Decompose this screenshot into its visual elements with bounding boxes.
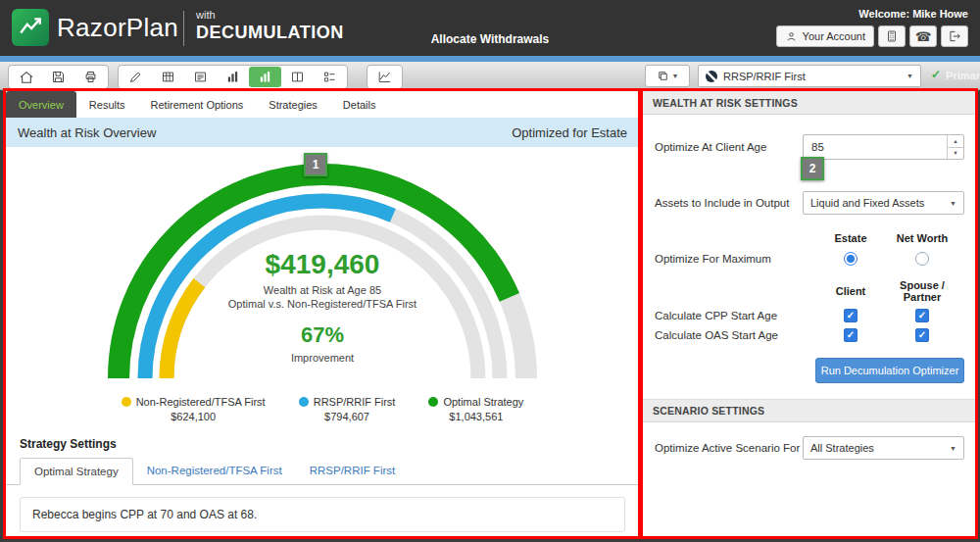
- home-button[interactable]: [10, 67, 42, 87]
- bar-chart-icon: [225, 70, 240, 84]
- strategy-tab-nonreg[interactable]: Non-Registered/TFSA First: [133, 458, 296, 484]
- optimize-age-input[interactable]: 85 ▲ ▼: [803, 134, 964, 160]
- table-view-button[interactable]: [152, 67, 184, 87]
- gauge-center-text: $419,460 Wealth at Risk at Age 85 Optima…: [97, 249, 548, 364]
- legend-label: Non-Registered/TFSA First: [136, 396, 266, 408]
- scenario-settings-header: SCENARIO SETTINGS: [643, 399, 976, 422]
- toolbar: ▼ RRSP/RRIF First ▼ ✓ Primary: [0, 62, 980, 90]
- strategy-tab-rrsp[interactable]: RRSP/RRIF First: [296, 458, 410, 484]
- cpp-label: Calculate CPP Start Age: [655, 310, 821, 321]
- overview-header-bar: Wealth at Risk Overview Optimized for Es…: [6, 118, 639, 147]
- oas-spouse-checkbox[interactable]: ✓: [915, 328, 929, 342]
- toolbar-group-chart: [367, 65, 403, 89]
- wealth-chart-view-button[interactable]: [249, 67, 281, 87]
- strategy-settings-title: Strategy Settings: [20, 437, 625, 451]
- table-icon: [161, 70, 175, 84]
- welcome-text: Welcome: Mike Howe: [858, 8, 968, 20]
- line-chart-button[interactable]: [368, 67, 401, 87]
- pencil-icon: [128, 70, 143, 84]
- print-button[interactable]: [74, 67, 107, 87]
- age-spinner: ▲ ▼: [947, 135, 963, 159]
- your-account-button[interactable]: Your Account: [776, 25, 874, 47]
- spinner-up-icon[interactable]: ▲: [948, 135, 963, 148]
- save-button[interactable]: [42, 67, 74, 87]
- overview-panel: Overview Results Retirement Options Stra…: [6, 91, 639, 537]
- tab-results[interactable]: Results: [76, 91, 138, 118]
- wealth-gauge: $419,460 Wealth at Risk at Age 85 Optima…: [97, 155, 548, 390]
- check-icon: ✓: [918, 311, 926, 320]
- check-icon: ✓: [918, 330, 926, 340]
- strategy-tab-optimal[interactable]: Optimal Strategy: [20, 458, 133, 485]
- net-worth-header: Net Worth: [880, 232, 964, 244]
- calculator-button[interactable]: [878, 25, 906, 47]
- optimize-age-label: Optimize At Client Age: [655, 141, 766, 153]
- scenario-select[interactable]: All Strategies ▼: [803, 436, 964, 460]
- scenario-row: Optimize Active Scenario For All Strateg…: [655, 436, 964, 460]
- spinner-down-icon[interactable]: ▼: [948, 148, 963, 160]
- primary-indicator: ✓ Primary: [931, 70, 980, 81]
- primary-label: Primary: [946, 70, 980, 81]
- legend-value: $1,043,561: [428, 411, 523, 422]
- logout-icon: [948, 29, 961, 43]
- page-title: Allocate Withdrawals: [353, 32, 627, 46]
- run-decumulation-optimizer-button[interactable]: Run Decumulation Optimizer: [815, 358, 964, 383]
- checklist-icon: [322, 70, 337, 84]
- columns-view-button[interactable]: [281, 67, 314, 87]
- tab-details[interactable]: Details: [330, 91, 389, 118]
- tab-retirement-options[interactable]: Retirement Options: [138, 91, 257, 118]
- brand-name: RazorPlan: [57, 13, 178, 43]
- net-worth-radio[interactable]: [915, 252, 929, 266]
- spouse-header: Spouse / Partner: [880, 279, 964, 303]
- settings-panel: WEALTH AT RISK SETTINGS Optimize At Clie…: [643, 91, 976, 537]
- improvement-label: Improvement: [97, 352, 548, 364]
- check-icon: ✓: [847, 330, 855, 340]
- chart-view-button[interactable]: [217, 67, 249, 87]
- edit-button[interactable]: [120, 67, 152, 87]
- card-view-button[interactable]: [184, 67, 217, 87]
- check-icon: ✓: [931, 70, 941, 81]
- legend-item-nonreg: Non-Registered/TFSA First $624,100: [122, 396, 266, 422]
- checklist-view-button[interactable]: [314, 67, 346, 87]
- optimize-for-label: Optimize For Maximum: [655, 253, 821, 265]
- scenario-selector[interactable]: RRSP/RRIF First ▼: [698, 65, 921, 87]
- tab-strategies[interactable]: Strategies: [256, 91, 330, 118]
- estate-header: Estate: [821, 232, 880, 244]
- phone-button[interactable]: ☎: [909, 25, 937, 47]
- oas-label: Calculate OAS Start Age: [655, 329, 821, 341]
- scenario-select-value: All Strategies: [810, 442, 874, 454]
- oas-row: Calculate OAS Start Age ✓ ✓: [655, 328, 964, 342]
- person-icon: [785, 30, 798, 43]
- header-actions: Your Account ☎: [776, 25, 968, 47]
- caret-down-icon: ▼: [906, 73, 913, 79]
- print-icon: [83, 70, 98, 84]
- overview-title: Wealth at Risk Overview: [18, 125, 156, 140]
- wealth-at-risk-amount: $419,460: [97, 249, 548, 280]
- legend-value: $794,607: [299, 411, 396, 422]
- cpp-spouse-checkbox[interactable]: ✓: [915, 309, 929, 322]
- oas-client-checkbox[interactable]: ✓: [844, 328, 858, 342]
- assets-row: Assets to Include in Output Liquid and F…: [655, 191, 964, 215]
- copy-scenario-button[interactable]: ▼: [645, 65, 690, 87]
- assets-label: Assets to Include in Output: [655, 197, 789, 209]
- logout-button[interactable]: [941, 25, 968, 47]
- app-window: RazorPlan with DECUMULATION Allocate Wit…: [0, 0, 980, 542]
- strategy-tabs: Optimal Strategy Non-Registered/TFSA Fir…: [6, 458, 639, 485]
- cpp-client-checkbox[interactable]: ✓: [844, 309, 858, 322]
- card-icon: [193, 70, 208, 84]
- tab-overview[interactable]: Overview: [6, 91, 76, 118]
- legend-label: RRSP/RRIF First: [314, 396, 396, 408]
- strategy-note: Rebecca begins CPP at 70 and OAS at 68.: [20, 497, 625, 532]
- optimize-for-row: Optimize For Maximum: [655, 252, 964, 266]
- optimize-age-value[interactable]: 85: [804, 135, 947, 159]
- bar-chart-active-icon: [258, 70, 272, 84]
- estate-radio[interactable]: [844, 252, 858, 266]
- gauge-legend: Non-Registered/TFSA First $624,100 RRSP/…: [6, 396, 639, 422]
- scenario-selector-value: RRSP/RRIF First: [723, 71, 901, 82]
- save-icon: [51, 70, 66, 84]
- caret-down-icon: ▼: [950, 445, 956, 452]
- product-name: DECUMULATION: [196, 23, 344, 43]
- legend-label: Optimal Strategy: [443, 396, 523, 408]
- copy-icon: [657, 70, 669, 82]
- assets-select[interactable]: Liquid and Fixed Assets ▼: [803, 191, 964, 215]
- with-label: with: [196, 9, 216, 21]
